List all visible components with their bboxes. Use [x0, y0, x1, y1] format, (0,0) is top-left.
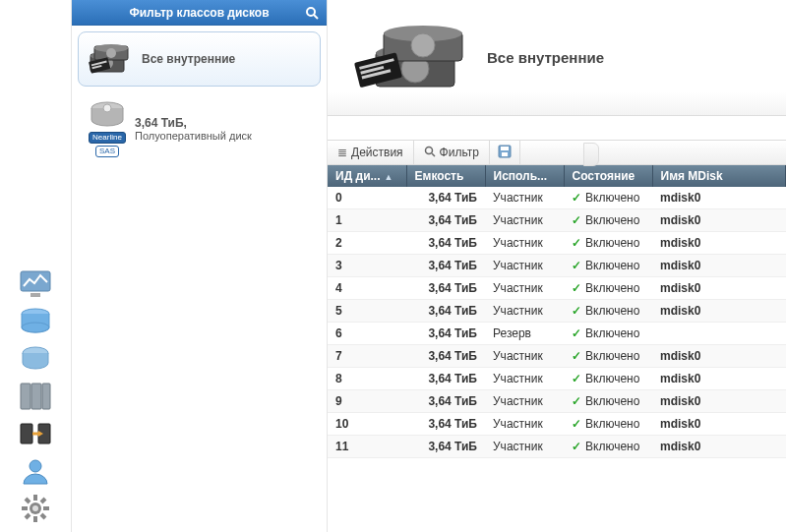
- nav-monitor-icon[interactable]: [14, 266, 57, 302]
- col-usage[interactable]: Исполь...: [485, 165, 564, 187]
- col-mdisk[interactable]: Имя MDisk: [652, 165, 786, 187]
- svg-line-45: [432, 153, 435, 156]
- actions-label: Действия: [351, 146, 403, 159]
- svg-point-44: [425, 147, 432, 153]
- cell-usage: Участник: [485, 300, 564, 323]
- svg-rect-1: [30, 293, 40, 297]
- table-row[interactable]: 43,64 ТиБУчастник✓Включеноmdisk0: [328, 277, 786, 300]
- nearline-badge-bottom: SAS: [95, 146, 119, 157]
- cell-usage: Участник: [485, 390, 564, 413]
- cell-capacity: 3,64 ТиБ: [406, 368, 485, 390]
- nav-user-icon[interactable]: [14, 453, 57, 489]
- cell-state: ✓Включено: [564, 436, 652, 458]
- cell-id: 0: [328, 187, 406, 209]
- check-icon: ✓: [572, 349, 581, 363]
- search-icon[interactable]: [303, 4, 321, 22]
- sort-asc-icon: ▲: [385, 172, 393, 182]
- svg-line-17: [41, 514, 45, 518]
- filter-header: Фильтр классов дисков: [72, 0, 327, 26]
- class-item-line1: 3,64 ТиБ,: [135, 116, 252, 130]
- nav-gear-icon[interactable]: [14, 491, 57, 526]
- cell-state: ✓Включено: [564, 255, 652, 277]
- cell-state: ✓Включено: [564, 413, 652, 436]
- filter-button[interactable]: Фильтр: [414, 141, 490, 164]
- nav-storage-icon[interactable]: [14, 304, 57, 339]
- table-row[interactable]: 03,64 ТиБУчастник✓Включеноmdisk0: [328, 187, 786, 209]
- nav-copy-icon[interactable]: [14, 416, 57, 451]
- cell-state: ✓Включено: [564, 232, 652, 255]
- drive-stack-icon: [89, 40, 134, 78]
- cell-usage: Участник: [485, 209, 564, 232]
- cell-capacity: 3,64 ТиБ: [406, 300, 485, 323]
- svg-point-20: [32, 505, 38, 511]
- svg-rect-48: [502, 152, 508, 156]
- table-header-row: ИД ди...▲ Емкость Исполь... Состояние Им…: [328, 165, 786, 187]
- cell-capacity: 3,64 ТиБ: [406, 209, 485, 232]
- check-icon: ✓: [572, 440, 581, 453]
- filter-label: Фильтр: [440, 146, 479, 159]
- table-row[interactable]: 13,64 ТиБУчастник✓Включеноmdisk0: [328, 209, 786, 232]
- cell-state: ✓Включено: [564, 390, 652, 413]
- list-icon: ≣: [337, 146, 347, 159]
- col-state[interactable]: Состояние: [564, 165, 652, 187]
- class-item-all-internal[interactable]: Все внутренние: [78, 31, 321, 87]
- filter-header-title: Фильтр классов дисков: [72, 6, 327, 20]
- class-item-nearline[interactable]: Nearline SAS 3,64 ТиБ, Полуоперативный д…: [78, 92, 321, 165]
- disk-class-filter-panel: Фильтр классов дисков Все внутренние: [71, 0, 327, 532]
- cell-mdisk: mdisk0: [652, 277, 786, 300]
- table-row[interactable]: 113,64 ТиБУчастник✓Включеноmdisk0: [328, 436, 786, 458]
- cell-state: ✓Включено: [564, 345, 652, 368]
- drives-table: ИД ди...▲ Емкость Исполь... Состояние Им…: [328, 165, 786, 458]
- cell-mdisk: mdisk0: [652, 413, 786, 436]
- cell-id: 2: [328, 232, 406, 255]
- svg-point-21: [307, 8, 315, 16]
- nav-disk-icon[interactable]: [14, 341, 57, 377]
- save-button[interactable]: [490, 141, 520, 164]
- check-icon: ✓: [572, 191, 581, 205]
- col-capacity[interactable]: Емкость: [406, 165, 485, 187]
- cell-mdisk: mdisk0: [652, 232, 786, 255]
- cell-capacity: 3,64 ТиБ: [406, 436, 485, 458]
- table-row[interactable]: 63,64 ТиБРезерв✓Включено: [328, 323, 786, 345]
- table-row[interactable]: 93,64 ТиБУчастник✓Включеноmdisk0: [328, 390, 786, 413]
- check-icon: ✓: [572, 281, 581, 295]
- cell-id: 10: [328, 413, 406, 436]
- nav-servers-icon[interactable]: [14, 379, 57, 414]
- cell-mdisk: mdisk0: [652, 187, 786, 209]
- cell-mdisk: mdisk0: [652, 390, 786, 413]
- cell-mdisk: mdisk0: [652, 255, 786, 277]
- check-icon: ✓: [572, 394, 581, 408]
- svg-point-33: [103, 104, 111, 112]
- table-row[interactable]: 103,64 ТиБУчастник✓Включеноmdisk0: [328, 413, 786, 436]
- cell-usage: Участник: [485, 277, 564, 300]
- cell-usage: Участник: [485, 413, 564, 436]
- cell-capacity: 3,64 ТиБ: [406, 390, 485, 413]
- cell-mdisk: mdisk0: [652, 368, 786, 390]
- cell-state: ✓Включено: [564, 300, 652, 323]
- cell-capacity: 3,64 ТиБ: [406, 187, 485, 209]
- table-row[interactable]: 23,64 ТиБУчастник✓Включеноmdisk0: [328, 232, 786, 255]
- hero-drive-stack-icon: [345, 14, 473, 102]
- col-id[interactable]: ИД ди...▲: [328, 165, 406, 187]
- cell-mdisk: mdisk0: [652, 436, 786, 458]
- cell-capacity: 3,64 ТиБ: [406, 323, 485, 345]
- cell-id: 4: [328, 277, 406, 300]
- table-row[interactable]: 83,64 ТиБУчастник✓Включеноmdisk0: [328, 368, 786, 390]
- check-icon: ✓: [572, 326, 581, 340]
- table-row[interactable]: 73,64 ТиБУчастник✓Включеноmdisk0: [328, 345, 786, 368]
- cell-mdisk: [652, 323, 786, 345]
- table-row[interactable]: 33,64 ТиБУчастник✓Включеноmdisk0: [328, 255, 786, 277]
- main-panel: Все внутренние ≣ Действия Фильтр: [327, 0, 786, 532]
- svg-rect-8: [21, 424, 32, 443]
- cell-usage: Участник: [485, 345, 564, 368]
- svg-line-22: [314, 15, 318, 19]
- cell-id: 11: [328, 436, 406, 458]
- svg-rect-6: [31, 384, 41, 409]
- cell-id: 6: [328, 323, 406, 345]
- actions-button[interactable]: ≣ Действия: [328, 141, 414, 164]
- cell-id: 3: [328, 255, 406, 277]
- save-icon: [498, 145, 512, 161]
- table-row[interactable]: 53,64 ТиБУчастник✓Включеноmdisk0: [328, 300, 786, 323]
- cell-usage: Участник: [485, 187, 564, 209]
- cell-usage: Участник: [485, 368, 564, 390]
